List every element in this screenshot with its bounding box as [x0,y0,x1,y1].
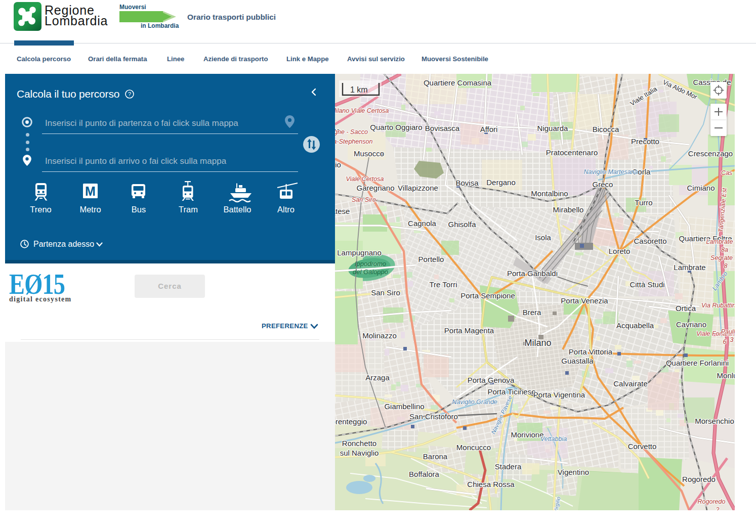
svg-text:Portello: Portello [418,255,444,263]
svg-text:Morivione: Morivione [511,430,543,439]
svg-text:Cagnola: Cagnola [408,219,437,228]
svg-text:Mirabello: Mirabello [553,205,584,214]
svg-text:M: M [85,184,96,198]
svg-text:Ghisolfa: Ghisolfa [448,220,476,229]
svg-text:io: io [335,160,341,169]
svg-text:Vigentino: Vigentino [558,468,589,476]
svg-text:Casoretto: Casoretto [634,237,666,245]
svg-text:Boffalora: Boffalora [409,470,439,478]
svg-text:Giambellino: Giambellino [384,402,424,411]
svg-text:San Siro: San Siro [352,196,376,203]
svg-text:6: 6 [723,338,727,345]
svg-text:orenteggio: orenteggio [335,417,367,426]
svg-text:Città Studi: Città Studi [629,280,664,289]
svg-text:sul Naviglio: sul Naviglio [340,449,379,457]
svg-text:Paullo: Paullo [721,328,735,335]
svg-text:Cavriano: Cavriano [676,320,706,329]
svg-text:Cas: Cas [721,169,732,176]
svg-text:8: 8 [724,262,728,270]
svg-text:Porta Sempione: Porta Sempione [460,291,515,300]
svg-text:Affori: Affori [480,125,498,134]
svg-text:ogne - Sacco: ogne - Sacco [335,128,368,136]
svg-text:Segrate: Segrate [710,254,733,261]
svg-text:Calvairate: Calvairate [613,379,648,388]
svg-text:Porta Vittoria: Porta Vittoria [569,347,613,356]
svg-text:Chiesa Rossa: Chiesa Rossa [467,480,515,489]
svg-text:Arzaga: Arzaga [365,373,390,382]
svg-text:Rogoredo: Rogoredo [682,475,716,483]
svg-text:Viale Certosa: Viale Certosa [346,175,384,183]
svg-text:Porta Ticinese: Porta Ticinese [487,387,535,396]
svg-text:Bovisasca: Bovisasca [425,124,460,132]
svg-text:Stadera: Stadera [495,462,522,471]
svg-text:Ronchetto: Ronchetto [342,439,376,448]
svg-text:Porta Genova: Porta Genova [468,376,515,384]
svg-text:Naviglio Martesana: Naviglio Martesana [584,168,638,175]
svg-text:Via Rubattin: Via Rubattin [701,302,735,309]
svg-text:Battello: Battello [223,205,251,214]
svg-text:Naviglio Grande: Naviglio Grande [452,398,497,406]
svg-text:Greco: Greco [593,180,613,189]
svg-text:Brera: Brera [523,308,541,317]
svg-text:Garegnano: Garegnano [356,184,394,192]
svg-text:Niguarda: Niguarda [537,124,569,132]
svg-text:Precotto: Precotto [631,137,659,146]
svg-text:Vettabbia: Vettabbia [540,435,567,442]
svg-text:Lambrate: Lambrate [706,238,733,245]
svg-text:Porta Garibaldi: Porta Garibaldi [507,269,558,278]
svg-text:Loreto: Loreto [609,247,631,255]
svg-text:Guastalla: Guastalla [561,357,594,365]
svg-text:Tram: Tram [179,205,198,214]
svg-text:Milano: Milano [524,338,551,348]
svg-text:del Galoppo: del Galoppo [353,268,388,276]
svg-text:Molinazzo: Molinazzo [362,331,397,340]
svg-text:Barona: Barona [423,452,448,461]
svg-text:?: ? [128,91,131,97]
svg-text:Bicocca: Bicocca [593,125,619,134]
svg-text:Ippodromo: Ippodromo [355,260,386,268]
svg-text:Morsenchio: Morsenchio [695,417,734,425]
svg-text:Quarto Oggiaro: Quarto Oggiaro [370,123,422,131]
svg-text:Porta Vigentina: Porta Vigentina [533,390,585,399]
svg-text:8a: 8a [721,246,728,253]
svg-text:Rogoredo: Rogoredo [698,498,726,505]
svg-text:Via-Stephenson: Via-Stephenson [335,138,372,145]
svg-text:Acquabella: Acquabella [616,321,654,330]
svg-text:1 km: 1 km [350,85,368,94]
svg-text:Villapizzone: Villapizzone [398,184,438,192]
svg-text:Altro: Altro [277,205,295,214]
svg-text:Corvetto: Corvetto [628,442,657,451]
svg-text:Bus: Bus [132,205,146,214]
svg-text:atese: atese [335,207,350,215]
svg-text:3: 3 [730,336,734,343]
svg-text:Monlu: Monlu [717,371,735,380]
svg-text:Quartiere Forlanini: Quartiere Forlanini [666,359,729,367]
svg-text:Lampugnano: Lampugnano [337,248,382,257]
svg-text:Treno: Treno [30,205,52,214]
svg-text:Porta Venezia: Porta Venezia [561,296,608,305]
svg-text:Tre Torri: Tre Torri [429,280,457,289]
svg-text:Pratocentenaro: Pratocentenaro [546,148,598,157]
svg-text:Ortica: Ortica [676,304,696,313]
svg-text:Lambrate: Lambrate [674,263,705,272]
svg-text:Isola: Isola [535,233,551,242]
svg-text:Milano Viale Certosa: Milano Viale Certosa [335,107,389,114]
svg-text:Metro: Metro [79,205,101,214]
svg-text:Crescenzago: Crescenzago [688,149,733,158]
svg-text:Cimiano: Cimiano [687,184,715,192]
svg-text:Bovisa: Bovisa [455,179,479,187]
svg-text:Quartiere Comasina: Quartiere Comasina [424,78,492,87]
svg-text:2: 2 [716,506,720,510]
svg-text:Dergano: Dergano [486,178,516,187]
svg-text:Montalbino: Montalbino [531,189,568,198]
svg-text:Porta Magenta: Porta Magenta [444,326,494,335]
svg-text:Musocco: Musocco [354,149,384,158]
svg-text:Moncucco: Moncucco [456,443,491,452]
svg-text:San Cristoforo: San Cristoforo [409,412,458,421]
svg-text:San Siro: San Siro [371,288,400,297]
svg-text:Turro: Turro [635,198,652,207]
